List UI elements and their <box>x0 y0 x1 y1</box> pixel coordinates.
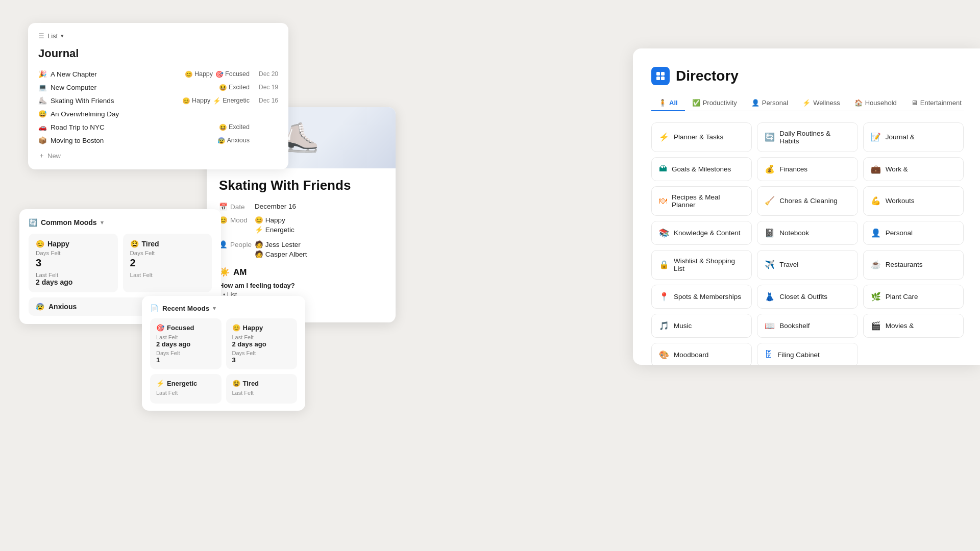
all-icon: 🧍 <box>658 99 667 107</box>
rc-name: 🎯 Focused <box>156 324 215 332</box>
dir-item-closet[interactable]: 👗 Closet & Outfits <box>757 285 857 309</box>
filing-icon: 🗄 <box>765 350 773 359</box>
dir-item-finances[interactable]: 💰 Finances <box>757 157 857 181</box>
tab-productivity[interactable]: ✅ Productivity <box>685 95 744 111</box>
restaurants-label: Restaurants <box>886 261 923 268</box>
anxious-emoji: 😰 <box>36 303 44 311</box>
recent-card-tired[interactable]: 😫 Tired Last Felt <box>226 374 298 404</box>
dir-item-journal[interactable]: 📝 Journal & <box>863 122 964 152</box>
svg-rect-3 <box>661 77 665 80</box>
dir-item-workouts[interactable]: 💪 Workouts <box>863 186 964 216</box>
entry-emoji: 📦 <box>38 136 47 144</box>
journal-entry-row[interactable]: 📦 Moving to Boston 😰 Anxious <box>38 134 278 147</box>
entry-date: Dec 20 <box>257 70 278 78</box>
skating-content: Skating With Friends 📅 Date December 16 … <box>207 168 396 310</box>
journal-entries-list: 🎉 A New Chapter 😊 Happy 🎯 Focused Dec 20… <box>38 67 278 147</box>
entry-emoji: 🎉 <box>38 70 47 78</box>
entry-emoji: ⛸️ <box>38 96 47 105</box>
entry-title: Moving to Boston <box>51 137 104 144</box>
workouts-icon: 💪 <box>871 196 881 206</box>
goals-icon: 🏔 <box>659 164 667 173</box>
tab-wellness[interactable]: ⚡ Wellness <box>795 95 847 111</box>
last-felt-label: Last Felt <box>36 272 111 278</box>
personal-icon: 👤 <box>751 99 760 107</box>
journal-entry-row[interactable]: 😅 An Overwhelming Day <box>38 107 278 120</box>
rc-name: ⚡ Energetic <box>156 380 215 387</box>
journal-entry-row[interactable]: ⛸️ Skating With Friends 😊 Happy ⚡ Energe… <box>38 94 278 107</box>
recent-card-focused[interactable]: 🎯 Focused Last Felt 2 days ago Days Felt… <box>150 318 222 369</box>
journal-entry-row[interactable]: 🎉 A New Chapter 😊 Happy 🎯 Focused Dec 20 <box>38 67 278 81</box>
dir-item-notebook[interactable]: 📓 Notebook <box>757 221 857 245</box>
tab-household[interactable]: 🏠 Household <box>847 95 904 111</box>
mood-happy: 😊 Happy <box>185 70 213 78</box>
dir-item-bookshelf[interactable]: 📖 Bookshelf <box>757 314 857 338</box>
routines-icon: 🔄 <box>765 132 775 142</box>
wishlist-label: Wishlist & Shopping List <box>674 257 744 272</box>
rc-last-label: Last Felt <box>156 334 215 340</box>
dir-item-knowledge[interactable]: 📚 Knowledge & Content <box>651 221 752 245</box>
dir-item-routines[interactable]: 🔄 Daily Routines & Habits <box>757 122 857 152</box>
planner-label: Planner & Tasks <box>674 133 723 141</box>
rc-last-label: Last Felt <box>232 334 291 340</box>
tab-personal[interactable]: 👤 Personal <box>744 95 795 111</box>
dir-item-work[interactable]: 💼 Work & <box>863 157 964 181</box>
travel-label: Travel <box>779 261 798 268</box>
finances-icon: 💰 <box>765 164 775 174</box>
mood-card-tired[interactable]: 😫 Tired Days Felt 2 Last Felt <box>123 234 212 292</box>
dir-item-restaurants[interactable]: ☕ Restaurants <box>863 250 964 280</box>
dir-item-spots[interactable]: 📍 Spots & Memberships <box>651 285 752 309</box>
journal-entry-row[interactable]: 💻 New Computer 😆 Excited Dec 19 <box>38 81 278 94</box>
directory-panel: Directory 🧍 All ✅ Productivity 👤 Persona… <box>633 48 980 365</box>
dir-item-personal[interactable]: 👤 Personal <box>863 221 964 245</box>
chores-label: Chores & Cleaning <box>779 197 837 205</box>
journal-toolbar[interactable]: ☰ List ▾ <box>38 32 278 40</box>
filing-label: Filing Cabinet <box>777 351 820 359</box>
finances-label: Finances <box>779 165 807 173</box>
personal-dir-icon: 👤 <box>871 228 881 238</box>
plus-icon: ＋ <box>38 151 45 160</box>
dir-item-music[interactable]: 🎵 Music <box>651 314 752 338</box>
mood-card-name: 😫 Tired <box>130 240 205 248</box>
dir-item-movies[interactable]: 🎬 Movies & <box>863 314 964 338</box>
recent-moods-grid: 🎯 Focused Last Felt 2 days ago Days Felt… <box>150 318 297 404</box>
wellness-icon: ⚡ <box>802 99 811 107</box>
entry-moods: 😊 Happy ⚡ Energetic <box>182 97 250 105</box>
knowledge-icon: 📚 <box>659 228 669 238</box>
dir-item-filing[interactable]: 🗄 Filing Cabinet <box>757 343 857 365</box>
dir-item-travel[interactable]: ✈️ Travel <box>757 250 857 280</box>
new-entry-button[interactable]: ＋ New <box>38 151 278 160</box>
dir-item-wishlist[interactable]: 🔒 Wishlist & Shopping List <box>651 250 752 280</box>
tab-all[interactable]: 🧍 All <box>651 95 685 111</box>
date-label: 📅 Date <box>219 203 255 211</box>
recent-card-happy[interactable]: 😊 Happy Last Felt 2 days ago Days Felt 3 <box>226 318 298 369</box>
recent-card-energetic[interactable]: ⚡ Energetic Last Felt <box>150 374 222 404</box>
toolbar-label[interactable]: List <box>47 32 58 40</box>
entry-moods: 😰 Anxious <box>217 137 250 144</box>
dir-item-planner[interactable]: ⚡ Planner & Tasks <box>651 122 752 152</box>
mood-card-happy[interactable]: 😊 Happy Days Felt 3 Last Felt 2 days ago <box>29 234 118 292</box>
last-felt-value: 2 days ago <box>36 278 111 286</box>
dir-item-recipes[interactable]: 🍽 Recipes & Meal Planner <box>651 186 752 216</box>
mood-happy-line: 😊 Happy <box>255 216 295 224</box>
entry-title: An Overwhelming Day <box>51 110 119 118</box>
days-felt-label: Days Felt <box>36 250 111 256</box>
svg-rect-1 <box>661 72 665 76</box>
movies-icon: 🎬 <box>871 321 881 331</box>
tab-entertainment[interactable]: 🖥 Entertainment <box>904 95 969 111</box>
mood-energetic-line: ⚡ Energetic <box>255 226 295 234</box>
dir-item-moodboard[interactable]: 🎨 Moodboard <box>651 343 752 365</box>
moods-panel-title: 🔄 Common Moods ▾ <box>29 218 212 227</box>
moodboard-label: Moodboard <box>674 351 708 359</box>
rc-name: 😫 Tired <box>232 380 291 387</box>
restaurants-icon: ☕ <box>871 260 881 269</box>
person-jess: 🧑 Jess Lester <box>255 240 307 248</box>
dir-item-goals[interactable]: 🏔 Goals & Milestones <box>651 157 752 181</box>
entry-name: ⛸️ Skating With Friends <box>38 96 182 105</box>
dir-item-chores[interactable]: 🧹 Chores & Cleaning <box>757 186 857 216</box>
skating-mood-field: 😊 Mood 😊 Happy ⚡ Energetic <box>219 216 383 235</box>
work-icon: 💼 <box>871 164 881 174</box>
journal-entry-row[interactable]: 🚗 Road Trip to NYC 😆 Excited <box>38 120 278 134</box>
dir-item-plants[interactable]: 🌿 Plant Care <box>863 285 964 309</box>
calendar-icon: 📅 <box>219 203 228 211</box>
bookshelf-icon: 📖 <box>765 321 775 331</box>
